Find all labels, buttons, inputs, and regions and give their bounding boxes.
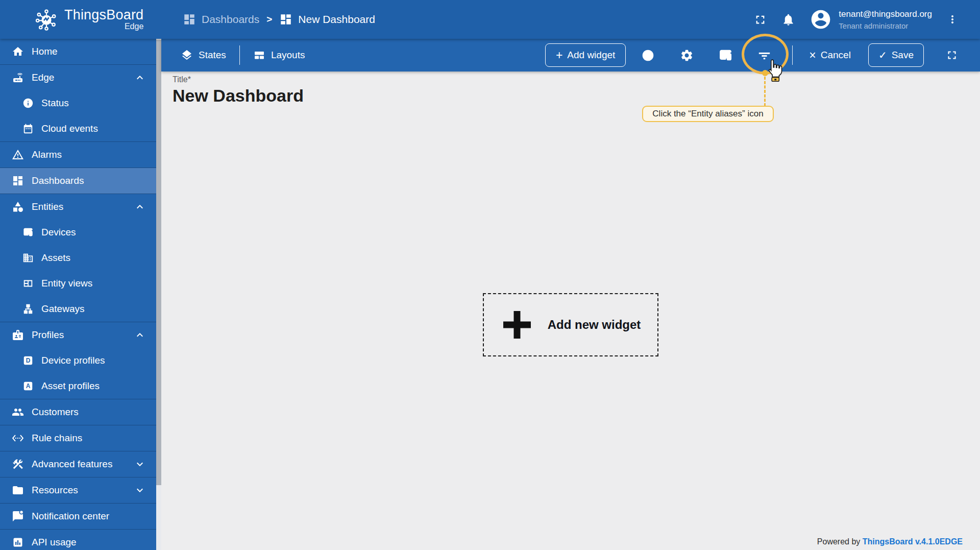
sidebar-scrollbar-track[interactable] (156, 39, 161, 550)
sidebar-nav: Home Edge Status Cloud even (0, 39, 156, 550)
top-header: ThingsBoard Edge Dashboards > New Dashbo… (0, 0, 980, 39)
sidebar-item-edge[interactable]: Edge (0, 65, 156, 90)
dashboard-settings-button[interactable] (675, 43, 698, 67)
tools-icon (12, 458, 24, 470)
cancel-label: Cancel (821, 50, 851, 61)
sidebar-item-status[interactable]: Status (0, 90, 156, 116)
filters-button[interactable] (752, 43, 776, 67)
sidebar-item-device-profiles[interactable]: D Device profiles (0, 348, 156, 373)
sidebar-item-entities[interactable]: Entities (0, 194, 156, 220)
add-widget-button[interactable]: + Add widget (545, 43, 626, 67)
fullscreen-icon (945, 49, 959, 62)
time-window-button[interactable] (636, 43, 659, 67)
clock-icon (641, 49, 655, 62)
layouts-button[interactable]: Layouts (253, 49, 305, 61)
layout-icon (253, 49, 265, 61)
title-field-label: Title* (173, 75, 304, 84)
thingsboard-version-link[interactable]: ThingsBoard v.4.1.0EDGE (863, 537, 963, 546)
sidebar-item-dashboards[interactable]: Dashboards (0, 168, 156, 194)
sidebar-item-label: Notification center (32, 511, 109, 522)
entity-aliases-button[interactable] (714, 43, 737, 67)
add-new-widget-dropzone[interactable]: Add new widget (483, 293, 658, 356)
expand-dashboard-button[interactable] (940, 43, 964, 67)
svg-text:D: D (26, 357, 31, 364)
devices-icon (22, 227, 34, 238)
sidebar-item-label: Entities (32, 201, 63, 212)
settings-ethernet-icon (12, 432, 24, 444)
sidebar-item-devices[interactable]: Devices (0, 220, 156, 245)
dashboard-title-block[interactable]: Title* New Dashboard (173, 75, 304, 106)
layers-icon (181, 49, 193, 61)
breadcrumb-dashboards[interactable]: Dashboards (183, 13, 259, 26)
chart-icon (12, 536, 24, 548)
info-icon (22, 98, 34, 109)
chevron-down-icon[interactable] (134, 458, 146, 470)
breadcrumb: Dashboards > New Dashboard (183, 13, 375, 26)
chevron-up-icon[interactable] (134, 201, 146, 213)
sidebar-scrollbar-thumb[interactable] (156, 40, 161, 485)
save-button[interactable]: ✓ Save (868, 43, 924, 67)
dashboard-toolbar: States Layouts + Add widget (161, 39, 980, 71)
sidebar-item-label: Rule chains (32, 433, 82, 444)
chevron-down-icon[interactable] (134, 484, 146, 496)
brand-name: ThingsBoard (64, 8, 143, 22)
sidebar-item-label: Asset profiles (41, 380, 100, 392)
sidebar-item-label: API usage (32, 537, 77, 548)
sidebar-item-label: Dashboards (32, 175, 84, 186)
sidebar-item-assets[interactable]: Assets (0, 245, 156, 271)
dashboard-icon (279, 13, 292, 26)
states-button[interactable]: States (181, 49, 226, 61)
sidebar-item-rule-chains[interactable]: Rule chains (0, 425, 156, 451)
sidebar-item-profiles[interactable]: Profiles (0, 322, 156, 348)
sidebar-item-label: Gateways (41, 303, 84, 315)
sidebar-item-advanced-features[interactable]: Advanced features (0, 451, 156, 477)
account-text: tenant@thingsboard.org Tenant administra… (839, 9, 932, 30)
breadcrumb-current-label: New Dashboard (298, 13, 375, 26)
entity-aliases-icon (718, 48, 733, 63)
brand-logo[interactable]: ThingsBoard Edge (0, 6, 161, 33)
sidebar-item-home[interactable]: Home (0, 39, 156, 64)
account-menu[interactable]: tenant@thingsboard.org Tenant administra… (810, 8, 932, 31)
sidebar-item-customers[interactable]: Customers (0, 399, 156, 425)
message-badge-icon (12, 510, 24, 522)
fullscreen-icon[interactable] (753, 13, 767, 27)
breadcrumb-parent-label: Dashboards (202, 13, 259, 26)
sidebar-item-label: Resources (32, 485, 78, 496)
sidebar-item-label: Assets (41, 252, 70, 264)
dashboard-icon (183, 13, 196, 26)
header-actions: tenant@thingsboard.org Tenant administra… (753, 8, 980, 31)
account-role: Tenant administrator (839, 21, 932, 30)
notifications-bell-icon[interactable] (781, 13, 795, 27)
sidebar-item-label: Alarms (32, 149, 62, 160)
building-icon (22, 252, 34, 264)
chevron-up-icon[interactable] (134, 329, 146, 341)
sidebar-item-label: Advanced features (32, 459, 112, 470)
sidebar-item-label: Edge (32, 72, 54, 83)
sidebar-item-alarms[interactable]: Alarms (0, 142, 156, 168)
sidebar-item-gateways[interactable]: Gateways (0, 296, 156, 322)
add-new-widget-label: Add new widget (548, 318, 641, 332)
chevron-up-icon[interactable] (134, 71, 146, 84)
toolbar-divider (792, 45, 793, 65)
sidebar-item-entity-views[interactable]: Entity views (0, 271, 156, 296)
lan-icon (22, 303, 34, 315)
brand-edition: Edge (64, 22, 143, 31)
warning-icon (12, 149, 24, 161)
breadcrumb-current[interactable]: New Dashboard (279, 13, 375, 26)
brand-text: ThingsBoard Edge (64, 8, 143, 31)
add-widget-label: Add widget (567, 50, 615, 61)
check-icon: ✓ (878, 49, 887, 61)
calendar-icon (22, 123, 34, 134)
sidebar-item-notification-center[interactable]: Notification center (0, 504, 156, 529)
category-icon (12, 201, 24, 213)
cancel-button[interactable]: × Cancel (804, 50, 856, 61)
sidebar-item-label: Entity views (41, 278, 92, 289)
sidebar-item-resources[interactable]: Resources (0, 477, 156, 503)
sidebar-item-api-usage[interactable]: API usage (0, 530, 156, 550)
sidebar-item-asset-profiles[interactable]: A Asset profiles (0, 373, 156, 399)
more-vert-icon[interactable] (946, 13, 959, 26)
badge-icon (12, 329, 24, 341)
sidebar-item-cloud-events[interactable]: Cloud events (0, 116, 156, 141)
main-area: States Layouts + Add widget (161, 39, 980, 550)
dashboard-title[interactable]: New Dashboard (173, 86, 304, 106)
